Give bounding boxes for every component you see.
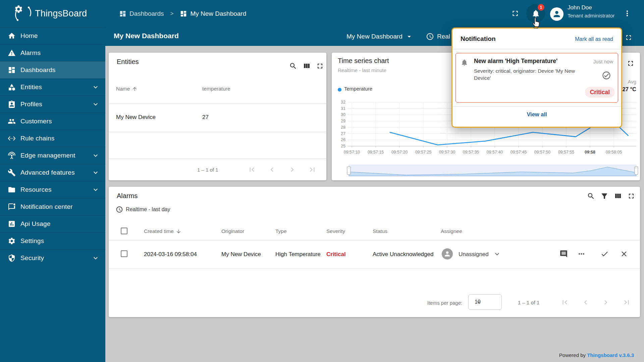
sidebar-item-label: Dashboards [20, 66, 55, 74]
svg-text:09:57:25: 09:57:25 [415, 150, 432, 155]
column-header-name[interactable]: Name [116, 86, 138, 92]
column-header-originator[interactable]: Originator [221, 228, 244, 234]
expand-widget-icon[interactable] [627, 192, 635, 200]
previous-page-icon[interactable] [581, 298, 590, 307]
notification-item[interactable]: New alarm 'High Temperature' Just now Se… [455, 53, 618, 103]
mark-all-as-read-link[interactable]: Mark all as read [575, 36, 613, 42]
thingsboard-app: ThingsBoard HomeAlarmsDashboardsEntities… [0, 0, 644, 362]
dashboard-state-select[interactable]: My New Dashboard [346, 33, 413, 41]
column-header-type[interactable]: Type [275, 228, 287, 234]
divider [109, 104, 326, 104]
entity-name-cell[interactable]: My New Device [116, 114, 156, 121]
caret-down-icon [405, 33, 413, 41]
column-header-temperature[interactable]: temperature [202, 86, 230, 92]
svg-text:25: 25 [341, 144, 345, 148]
notification-popup: Notification Mark all as read New alarm … [451, 27, 622, 128]
next-page-icon[interactable] [601, 298, 610, 307]
more-menu-icon[interactable] [623, 9, 632, 18]
alarm-assignee[interactable]: Unassigned [459, 251, 489, 258]
last-page-icon[interactable] [622, 298, 631, 307]
sidebar-item-alarms[interactable]: Alarms [0, 44, 105, 61]
assignee-dropdown-icon[interactable] [493, 250, 501, 258]
clock-icon [116, 206, 123, 213]
svg-text:09:58: 09:58 [585, 150, 595, 155]
notification-bell-icon [461, 59, 468, 66]
row-checkbox[interactable] [121, 250, 127, 257]
severity-badge: Critical [585, 87, 615, 98]
divider [109, 240, 640, 240]
sidebar-item-security[interactable]: Security [0, 249, 105, 266]
sidebar-item-notification-center[interactable]: Notification center [0, 198, 105, 215]
next-page-icon[interactable] [288, 165, 297, 174]
column-header-assignee[interactable]: Assignee [441, 228, 462, 234]
first-page-icon[interactable] [560, 298, 569, 307]
svg-text:09:57:50: 09:57:50 [534, 150, 551, 155]
app-logo[interactable]: ThingsBoard [0, 0, 105, 27]
previous-page-icon[interactable] [268, 165, 276, 174]
entities-title: Entities [117, 58, 139, 66]
toolbar-fullscreen-icon[interactable] [625, 34, 633, 42]
column-header-status[interactable]: Status [373, 228, 387, 234]
breadcrumb-item-current: My New Dashboard [180, 10, 246, 17]
sidebar-item-customers[interactable]: Customers [0, 113, 105, 130]
chevron-down-icon [92, 169, 100, 177]
first-page-icon[interactable] [248, 165, 256, 174]
mark-read-icon[interactable] [602, 71, 611, 80]
columns-icon[interactable] [303, 62, 311, 70]
timewindow-label[interactable]: Real [437, 33, 450, 40]
sidebar-item-resources[interactable]: Resources [0, 181, 105, 198]
alarms-timewindow[interactable]: Realtime - last day [116, 206, 170, 213]
view-all-link[interactable]: View all [452, 111, 621, 118]
thingsboard-version-link[interactable]: Thingsboard v.3.6.3 [587, 352, 634, 358]
notification-item-time: Just now [593, 59, 613, 64]
expand-widget-icon[interactable] [316, 62, 324, 70]
user-avatar[interactable] [550, 7, 564, 21]
alarm-severity: Critical [326, 251, 346, 258]
alarm-comment-icon[interactable] [559, 250, 568, 258]
legend-label[interactable]: Temperature [344, 86, 372, 92]
sidebar-item-label: Advanced features [20, 169, 75, 176]
search-icon[interactable] [289, 62, 297, 70]
sidebar-item-advanced-features[interactable]: Advanced features [0, 164, 105, 181]
expand-widget-icon[interactable] [627, 59, 635, 67]
sidebar-item-api-usage[interactable]: Api Usage [0, 215, 105, 232]
powered-by-text: Powered by [559, 352, 587, 358]
range-label: 1 – 1 of 1 [197, 167, 218, 173]
select-all-checkbox[interactable] [121, 228, 127, 234]
alarm-originator[interactable]: My New Device [221, 251, 261, 258]
notifications-bell-icon[interactable] [531, 9, 540, 18]
entities-paginator: 1 – 1 of 1 [109, 159, 326, 180]
fullscreen-icon[interactable] [511, 9, 520, 18]
timewindow-clock-icon[interactable] [426, 33, 434, 41]
svg-text:30: 30 [341, 112, 345, 117]
sidebar-item-home[interactable]: Home [0, 27, 105, 44]
column-header-created-time[interactable]: Created time [144, 228, 181, 234]
alarm-more-icon[interactable] [577, 250, 586, 258]
search-icon[interactable] [587, 192, 595, 200]
sidebar-item-entities[interactable]: Entities [0, 78, 105, 96]
sidebar-item-dashboards[interactable]: Dashboards [0, 61, 105, 78]
svg-text:09:57:45: 09:57:45 [511, 150, 527, 155]
assignee-avatar[interactable] [442, 248, 453, 259]
column-label: Name [116, 86, 130, 92]
alarm-acknowledge-icon[interactable] [600, 250, 609, 258]
column-header-severity[interactable]: Severity [326, 228, 345, 234]
filter-icon[interactable] [600, 192, 608, 200]
badge-icon [8, 100, 16, 108]
sidebar-item-rule-chains[interactable]: Rule chains [0, 130, 105, 147]
svg-text:09:58:05: 09:58:05 [606, 150, 622, 155]
breadcrumb-current-label: My New Dashboard [190, 10, 246, 17]
last-page-icon[interactable] [308, 165, 317, 174]
divider [109, 132, 326, 132]
columns-icon[interactable] [614, 192, 622, 200]
alarm-clear-icon[interactable] [620, 250, 628, 258]
items-per-page-select[interactable]: 10 [468, 294, 502, 310]
notif-center-icon [8, 203, 16, 211]
sort-descending-icon [176, 229, 181, 234]
sidebar-item-settings[interactable]: Settings [0, 232, 105, 249]
svg-text:09:57:35: 09:57:35 [463, 150, 479, 155]
breadcrumb-item-dashboards[interactable]: Dashboards [119, 10, 164, 17]
sidebar-item-edge-management[interactable]: Edge management [0, 147, 105, 164]
sidebar-item-profiles[interactable]: Profiles [0, 96, 105, 113]
svg-text:29: 29 [341, 119, 345, 123]
